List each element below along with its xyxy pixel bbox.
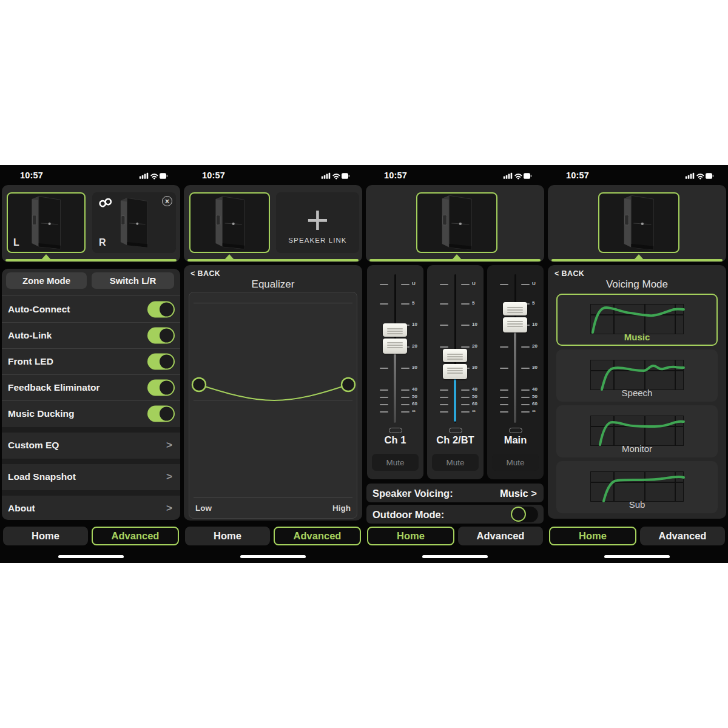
link-label: About <box>8 503 35 514</box>
tick-label: 40 <box>472 387 477 392</box>
tick-label: 5 <box>532 301 534 306</box>
tick-label: 40 <box>412 387 417 392</box>
outdoor-mode-row: Outdoor Mode: <box>366 505 544 524</box>
tick-label: 20 <box>412 344 417 349</box>
speaker-selector <box>548 185 726 262</box>
fader-channel-main: U 5 10 20 30 40 50 60 ∞ Main Mute <box>487 265 544 479</box>
speaker-image <box>26 194 66 251</box>
custom-eq-row[interactable]: Custom EQ > <box>2 433 180 458</box>
setting-row: Auto-Connect <box>2 297 180 322</box>
eq-handle-high[interactable] <box>342 378 355 391</box>
feedback-eliminator-toggle[interactable] <box>147 380 175 396</box>
speaker-label-right: R <box>99 237 106 248</box>
status-icons <box>502 172 533 180</box>
tab-advanced[interactable]: Advanced <box>92 527 179 545</box>
mute-button-main[interactable]: Mute <box>492 454 539 471</box>
tab-home[interactable]: Home <box>3 527 88 545</box>
tab-bar: Home Advanced <box>367 527 543 545</box>
tick-label: 20 <box>532 344 538 349</box>
speaker-card[interactable] <box>189 192 270 253</box>
phone-screen-home: 10:57 U 5 10 20 30 40 50 60 ∞ <box>364 165 546 563</box>
speaker-voicing-row[interactable]: Speaker Voicing: Music > <box>366 484 544 502</box>
back-button[interactable]: < BACK <box>190 269 220 278</box>
tab-advanced[interactable]: Advanced <box>640 527 725 545</box>
switch-lr-button[interactable]: Switch L/R <box>92 272 174 289</box>
status-time: 10:57 <box>202 170 225 180</box>
selector-pointer <box>452 254 462 260</box>
tick-label: U <box>532 281 536 286</box>
tick-label: 10 <box>532 322 538 327</box>
tick-label: 40 <box>532 387 538 392</box>
tick-label: 30 <box>532 365 538 370</box>
about-row[interactable]: About > <box>2 496 180 521</box>
channel-indicator <box>449 428 462 433</box>
voicing-curve-sub <box>590 471 684 502</box>
status-time: 10:57 <box>20 170 43 180</box>
voicing-option-music[interactable]: Music <box>556 294 718 346</box>
status-time: 10:57 <box>566 170 589 180</box>
front-led-toggle[interactable] <box>147 354 175 370</box>
tick-label: ∞ <box>472 409 476 414</box>
tick-label: 60 <box>472 402 477 406</box>
close-icon[interactable]: × <box>162 196 172 206</box>
tab-advanced[interactable]: Advanced <box>274 527 361 545</box>
speaker-card-right[interactable]: × R <box>92 192 176 253</box>
load-snapshot-row[interactable]: Load Snapshot > <box>2 464 180 490</box>
tick-label: 50 <box>472 394 477 399</box>
tick-label: 30 <box>472 365 477 370</box>
speaker-image <box>210 194 250 251</box>
music-ducking-toggle[interactable] <box>147 406 175 422</box>
home-indicator[interactable] <box>604 555 670 558</box>
outdoor-mode-toggle[interactable] <box>510 506 539 523</box>
chevron-right-icon: > <box>166 502 172 514</box>
home-indicator[interactable] <box>422 555 488 558</box>
plus-icon: + <box>277 202 358 238</box>
tab-home[interactable]: Home <box>185 527 270 545</box>
auto-link-toggle[interactable] <box>147 328 175 344</box>
tick-label: U <box>472 281 476 286</box>
voicing-label: Sub <box>558 499 716 510</box>
voicing-curve-monitor <box>590 416 684 446</box>
eq-axis-high: High <box>332 504 351 513</box>
selector-pointer <box>634 254 644 260</box>
tick-label: 20 <box>472 344 477 349</box>
speaker-voicing-value: Music > <box>500 487 537 499</box>
composite-screenshot: 10:57 L × R Zone Mode Switch L/R Auto-Co… <box>0 0 728 728</box>
equalizer-panel: < BACK Equalizer Low High <box>184 265 362 521</box>
setting-label: Feedback Eliminator <box>8 382 100 393</box>
link-icon <box>98 198 113 207</box>
back-button[interactable]: < BACK <box>554 269 584 278</box>
voicing-option-sub[interactable]: Sub <box>556 461 718 513</box>
tab-home[interactable]: Home <box>549 527 636 545</box>
mute-button-ch1[interactable]: Mute <box>372 454 419 471</box>
tab-advanced[interactable]: Advanced <box>458 527 543 545</box>
tick-label: U <box>412 281 416 286</box>
phone-screen-voicing: 10:57 < BACK Voicing Mode Music <box>546 165 728 563</box>
fader-cap-ch2[interactable] <box>443 349 467 379</box>
speaker-selector: L × R <box>2 185 180 262</box>
home-indicator[interactable] <box>58 555 124 558</box>
auto-connect-toggle[interactable] <box>147 302 175 318</box>
eq-handle-low[interactable] <box>192 378 206 391</box>
channel-label: Ch 2/BT <box>427 434 484 446</box>
speaker-link-card[interactable]: + SPEAKER LINK <box>276 192 359 253</box>
zone-mode-button[interactable]: Zone Mode <box>6 272 87 289</box>
speaker-card[interactable] <box>416 192 497 253</box>
fader-cap-main[interactable] <box>503 302 527 332</box>
fader-track-fill-bluetooth <box>454 379 456 422</box>
voicing-option-speech[interactable]: Speech <box>556 349 718 402</box>
fader-track-fill <box>514 332 516 423</box>
voicing-option-monitor[interactable]: Monitor <box>556 405 718 457</box>
fader-cap-ch1[interactable] <box>383 323 407 354</box>
setting-row: Auto-Link <box>2 323 180 348</box>
tab-home[interactable]: Home <box>367 527 454 545</box>
voicing-panel: < BACK Voicing Mode Music Speech <box>548 265 726 519</box>
speaker-card-left[interactable]: L <box>7 192 86 253</box>
home-indicator[interactable] <box>240 555 306 558</box>
status-icons <box>684 172 715 180</box>
speaker-card[interactable] <box>598 192 679 253</box>
mute-button-ch2[interactable]: Mute <box>432 454 479 471</box>
speaker-image <box>115 195 153 250</box>
settings-panel: Zone Mode Switch L/R Auto-Connect Auto-L… <box>2 269 180 520</box>
phone-screen-equalizer: 10:57 + SPEAKER LINK < BACK Equalizer <box>182 165 364 563</box>
